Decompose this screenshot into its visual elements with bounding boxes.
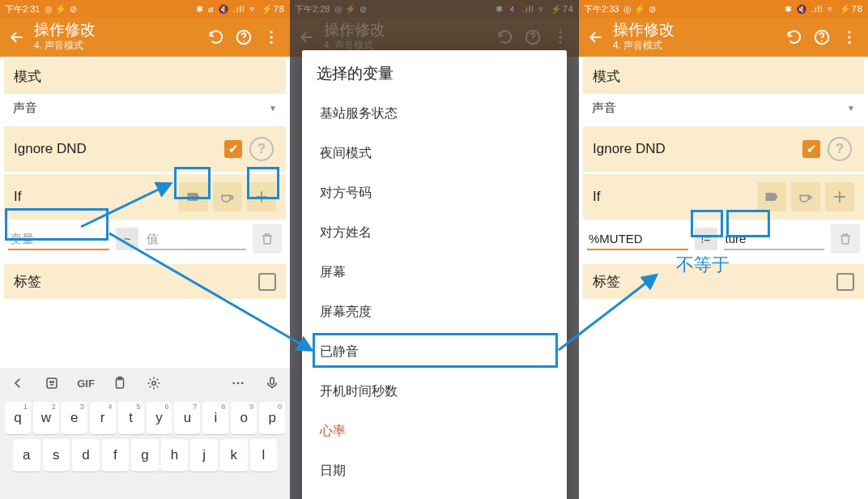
tag-checkbox[interactable]: ✔ bbox=[836, 273, 854, 291]
back-button[interactable] bbox=[5, 25, 29, 49]
dialog-item[interactable]: 屏幕亮度 bbox=[302, 292, 567, 332]
page-title: 操作修改 bbox=[613, 22, 781, 37]
mode-section: 模式 bbox=[4, 59, 286, 94]
key-y[interactable]: 6y bbox=[147, 402, 172, 434]
tag-checkbox[interactable]: ✔ bbox=[258, 273, 276, 291]
key-l[interactable]: l bbox=[250, 439, 278, 471]
undo-button[interactable] bbox=[781, 23, 808, 51]
sticker-icon bbox=[45, 376, 59, 390]
arrow-left-icon bbox=[9, 29, 25, 45]
kb-settings-button[interactable] bbox=[139, 371, 168, 395]
ignore-dnd-label: Ignore DND bbox=[593, 141, 802, 157]
page-title: 操作修改 bbox=[34, 22, 202, 37]
operator-button[interactable]: ~ bbox=[116, 228, 138, 250]
key-f[interactable]: f bbox=[102, 439, 130, 471]
svg-point-22 bbox=[848, 36, 850, 38]
kb-mic-button[interactable] bbox=[257, 371, 287, 395]
if-var-button[interactable] bbox=[791, 182, 820, 211]
help-button[interactable] bbox=[808, 23, 836, 51]
dialog-item[interactable]: 夜间模式 bbox=[302, 134, 567, 173]
svg-point-10 bbox=[152, 382, 156, 386]
back-button[interactable] bbox=[584, 25, 608, 49]
key-r[interactable]: 4r bbox=[90, 402, 116, 434]
if-row: If bbox=[4, 174, 286, 220]
delete-condition-button[interactable] bbox=[831, 224, 860, 254]
undo-icon bbox=[207, 28, 225, 46]
status-time: 下午2:31 bbox=[5, 3, 40, 15]
mode-dropdown[interactable]: 声音 ▼ bbox=[579, 94, 868, 124]
key-s[interactable]: s bbox=[43, 439, 70, 471]
help-icon bbox=[235, 28, 253, 46]
kb-clipboard-button[interactable] bbox=[105, 371, 134, 395]
dialog-item[interactable]: 开机时间秒数 bbox=[302, 372, 567, 412]
ignore-dnd-help[interactable]: ? bbox=[825, 134, 854, 164]
dialog-item[interactable]: 屏幕 bbox=[302, 253, 567, 292]
tag-label: 标签 bbox=[14, 272, 258, 291]
variable-input[interactable] bbox=[587, 228, 688, 250]
key-a[interactable]: a bbox=[13, 439, 40, 471]
plus-icon bbox=[832, 189, 848, 205]
key-i[interactable]: 8i bbox=[202, 402, 228, 434]
value-input[interactable] bbox=[145, 228, 246, 250]
tag-row: 标签 ✔ bbox=[4, 264, 286, 299]
kb-gif-button[interactable]: GIF bbox=[71, 371, 100, 395]
overflow-button[interactable] bbox=[257, 23, 285, 51]
key-e[interactable]: 3e bbox=[62, 402, 87, 434]
kb-collapse-button[interactable] bbox=[3, 371, 32, 395]
mic-icon bbox=[265, 376, 279, 390]
if-tag-button[interactable] bbox=[179, 182, 208, 211]
key-o[interactable]: 9o bbox=[231, 402, 257, 434]
arrow-left-icon bbox=[588, 29, 604, 45]
variable-picker-dialog: 选择的变量 基站服务状态 夜间模式 对方号码 对方姓名 屏幕 屏幕亮度 已静音 … bbox=[302, 50, 567, 499]
dialog-title: 选择的变量 bbox=[302, 50, 567, 94]
mode-value: 声音 bbox=[13, 100, 37, 116]
chevron-down-icon: ▼ bbox=[269, 104, 277, 113]
help-circle-icon: ? bbox=[828, 137, 852, 161]
svg-point-1 bbox=[243, 41, 245, 42]
ignore-dnd-checkbox[interactable]: ✔ bbox=[802, 140, 820, 158]
key-w[interactable]: 2w bbox=[33, 402, 59, 434]
if-tag-button[interactable] bbox=[757, 182, 786, 211]
kb-sticker-button[interactable] bbox=[37, 371, 66, 395]
key-j[interactable]: j bbox=[190, 439, 218, 471]
if-add-button[interactable] bbox=[247, 182, 276, 211]
condition-row: != bbox=[579, 220, 868, 262]
kb-more-button[interactable] bbox=[223, 371, 253, 395]
help-circle-icon: ? bbox=[249, 137, 274, 161]
undo-button[interactable] bbox=[202, 23, 230, 51]
variable-input[interactable] bbox=[8, 228, 109, 250]
key-h[interactable]: h bbox=[161, 439, 189, 471]
help-button[interactable] bbox=[230, 23, 257, 51]
key-p[interactable]: 0p bbox=[259, 402, 285, 434]
dialog-item[interactable]: 对方姓名 bbox=[302, 213, 567, 253]
delete-condition-button[interactable] bbox=[253, 224, 282, 254]
ignore-dnd-help[interactable]: ? bbox=[247, 134, 276, 164]
key-u[interactable]: 7u bbox=[174, 402, 200, 434]
if-var-button[interactable] bbox=[213, 182, 242, 211]
dialog-item[interactable]: 心率 bbox=[302, 412, 567, 451]
trash-icon bbox=[838, 232, 853, 246]
clipboard-icon bbox=[113, 376, 127, 390]
keyboard[interactable]: 1q 2w 3e 4r 5t 6y 7u 8i 9o 0p a s d f g … bbox=[0, 399, 290, 499]
svg-point-21 bbox=[848, 31, 850, 33]
dialog-item[interactable]: 基站服务状态 bbox=[302, 94, 567, 134]
tag-icon bbox=[764, 189, 780, 205]
key-q[interactable]: 1q bbox=[5, 402, 31, 434]
svg-point-2 bbox=[270, 31, 272, 33]
key-k[interactable]: k bbox=[220, 439, 248, 471]
overflow-button[interactable] bbox=[836, 23, 863, 51]
key-d[interactable]: d bbox=[72, 439, 100, 471]
operator-button[interactable]: != bbox=[695, 228, 717, 250]
title-block: 操作修改 4. 声音模式 bbox=[29, 22, 202, 53]
mode-dropdown[interactable]: 声音 ▼ bbox=[0, 94, 290, 124]
dialog-item-muted[interactable]: 已静音 bbox=[302, 332, 567, 372]
ignore-dnd-checkbox[interactable]: ✔ bbox=[224, 140, 242, 158]
dialog-item[interactable]: 对方号码 bbox=[302, 173, 567, 213]
kb-toolbar: GIF bbox=[0, 368, 290, 399]
svg-point-23 bbox=[848, 41, 850, 44]
dialog-item[interactable]: 日期 bbox=[302, 451, 567, 491]
if-add-button[interactable] bbox=[825, 182, 854, 211]
key-g[interactable]: g bbox=[131, 439, 159, 471]
value-input[interactable] bbox=[724, 228, 825, 250]
key-t[interactable]: 5t bbox=[118, 402, 144, 434]
